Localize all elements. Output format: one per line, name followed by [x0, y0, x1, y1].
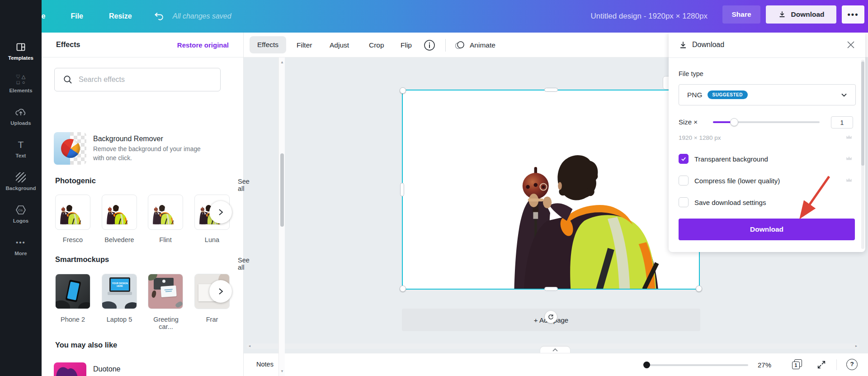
- sidebar-item-background[interactable]: Background: [0, 165, 42, 197]
- scroll-up-icon[interactable]: ▲: [280, 60, 284, 64]
- resize-handle-bottom-left[interactable]: [400, 286, 406, 292]
- mockup-thumb-greeting-card[interactable]: [148, 274, 183, 309]
- option-label: Save download settings: [694, 199, 766, 206]
- logos-icon: Co.: [15, 204, 27, 216]
- compress-file-option[interactable]: Compress file (lower quality): [679, 176, 780, 186]
- resize-menu[interactable]: Resize: [109, 12, 132, 20]
- duotone-item[interactable]: Duotone Apply a two-color palette to you…: [54, 362, 203, 376]
- download-panel-header: Download: [669, 33, 865, 58]
- rotate-handle[interactable]: [545, 311, 557, 323]
- resize-handle-top[interactable]: [544, 88, 558, 92]
- photogenic-next-button[interactable]: [209, 201, 232, 224]
- download-menu-button[interactable]: Download: [766, 5, 836, 24]
- toolbar-filter-tab[interactable]: Filter: [297, 33, 312, 57]
- panel-title: Effects: [56, 41, 80, 49]
- resize-handle-left[interactable]: [400, 183, 404, 196]
- search-input[interactable]: [79, 76, 205, 84]
- mockup-thumb-laptop[interactable]: YOUR DESIGN HERE: [102, 274, 137, 309]
- size-slider[interactable]: [713, 121, 820, 123]
- size-label: Size ×: [679, 118, 698, 126]
- toolbar-crop-tab[interactable]: Crop: [369, 33, 384, 57]
- toolbar-adjust-tab[interactable]: Adjust: [330, 33, 349, 57]
- pro-crown-icon: [846, 134, 852, 139]
- resize-handle-bottom[interactable]: [544, 287, 558, 291]
- collapse-notes-button[interactable]: [540, 347, 570, 353]
- pages-view-button[interactable]: 1: [792, 359, 802, 369]
- scroll-left-icon[interactable]: ◂: [249, 344, 250, 348]
- panel-scrollbar[interactable]: ▲ ▼: [278, 57, 285, 376]
- option-label: Compress file (lower quality): [694, 177, 780, 185]
- text-icon: T: [15, 139, 27, 151]
- size-slider-thumb[interactable]: [730, 118, 738, 126]
- mockup-thumb-phone[interactable]: [55, 274, 90, 309]
- restore-original-link[interactable]: Restore original: [177, 41, 229, 49]
- effects-panel-header: Effects Restore original: [42, 33, 243, 57]
- scroll-right-icon[interactable]: ▸: [855, 344, 857, 348]
- save-settings-checkbox[interactable]: [679, 197, 689, 207]
- effect-thumb-flint[interactable]: [148, 195, 183, 230]
- sidebar-item-uploads[interactable]: Uploads: [0, 100, 42, 132]
- chevron-right-icon: [217, 209, 224, 216]
- sidebar-item-templates[interactable]: Templates: [0, 34, 42, 67]
- download-panel-scrollbar-thumb[interactable]: [861, 62, 864, 166]
- background-remover-item[interactable]: Background Remover Remove the background…: [54, 132, 210, 165]
- transparent-background-checkbox[interactable]: [679, 154, 689, 164]
- effect-thumb-belvedere[interactable]: [102, 195, 137, 230]
- animate-button[interactable]: Animate: [454, 33, 495, 57]
- smartmockups-next-button[interactable]: [209, 280, 232, 303]
- background-remover-title: Background Remover: [93, 135, 210, 143]
- object-panel-sidebar: Templates ♡△□○ Elements Uploads T Text B…: [0, 0, 42, 376]
- download-icon: [678, 40, 688, 50]
- size-multiplier-input[interactable]: [831, 116, 853, 129]
- search-effects-box[interactable]: [54, 68, 221, 91]
- download-panel-scrollbar[interactable]: [861, 60, 864, 249]
- sidebar-item-logos[interactable]: Co. Logos: [0, 197, 42, 230]
- pro-crown-icon: [846, 177, 852, 182]
- canva-editor: + Add page ◂ ▸ Effects Filter Adjust Cro…: [0, 0, 868, 376]
- file-type-value: PNG: [687, 91, 703, 99]
- file-menu[interactable]: File: [71, 12, 83, 20]
- effect-thumb-fresco[interactable]: [55, 195, 90, 230]
- file-type-select[interactable]: PNG SUGGESTED: [679, 84, 856, 105]
- info-button[interactable]: [424, 33, 435, 57]
- download-menu-label: Download: [791, 10, 824, 19]
- mockup-screen-text: YOUR DESIGN HERE: [111, 282, 129, 287]
- resize-handle-top-left[interactable]: [400, 87, 406, 94]
- effect-label: Belvedere: [102, 236, 137, 243]
- effects-tab-label: Effects: [257, 41, 278, 49]
- zoom-slider-thumb[interactable]: [643, 362, 650, 368]
- animate-label: Animate: [470, 41, 495, 49]
- toolbar-flip-tab[interactable]: Flip: [401, 33, 412, 57]
- zoom-slider[interactable]: [644, 364, 748, 366]
- design-page[interactable]: [403, 90, 699, 289]
- sidebar-label: Text: [16, 153, 26, 158]
- transparent-background-option[interactable]: Transparent background: [679, 154, 768, 164]
- close-icon[interactable]: [846, 40, 855, 49]
- panel-scrollbar-thumb[interactable]: [280, 153, 284, 227]
- mockup-label: Laptop 5: [102, 316, 137, 323]
- design-title[interactable]: Untitled design - 1920px × 1280px: [591, 12, 708, 21]
- download-confirm-button[interactable]: Download: [679, 219, 855, 240]
- effect-label: Luna: [194, 236, 230, 243]
- elements-icon: ♡△□○: [15, 74, 27, 86]
- effects-panel: Effects Restore original Background Remo…: [42, 33, 244, 376]
- help-button[interactable]: ?: [846, 359, 858, 370]
- compress-file-checkbox[interactable]: [679, 176, 689, 186]
- scroll-down-icon[interactable]: ▼: [280, 369, 284, 373]
- save-settings-option[interactable]: Save download settings: [679, 197, 766, 207]
- file-type-label: File type: [679, 70, 703, 77]
- effect-label: Flint: [148, 236, 183, 243]
- more-options-button[interactable]: •••: [842, 5, 864, 24]
- sidebar-item-text[interactable]: T Text: [0, 132, 42, 165]
- photogenic-see-all-link[interactable]: See all: [238, 178, 250, 192]
- sidebar-item-more[interactable]: ••• More: [0, 230, 42, 262]
- fullscreen-icon[interactable]: [816, 360, 826, 370]
- notes-button[interactable]: Notes: [256, 361, 274, 368]
- share-button[interactable]: Share: [722, 5, 760, 24]
- sidebar-item-elements[interactable]: ♡△□○ Elements: [0, 67, 42, 100]
- smartmockups-see-all-link[interactable]: See all: [238, 257, 250, 271]
- toolbar-effects-tab[interactable]: Effects: [250, 36, 286, 53]
- also-like-section-title: You may also like: [55, 341, 117, 349]
- undo-icon[interactable]: [154, 11, 165, 21]
- resize-handle-bottom-right[interactable]: [696, 286, 702, 292]
